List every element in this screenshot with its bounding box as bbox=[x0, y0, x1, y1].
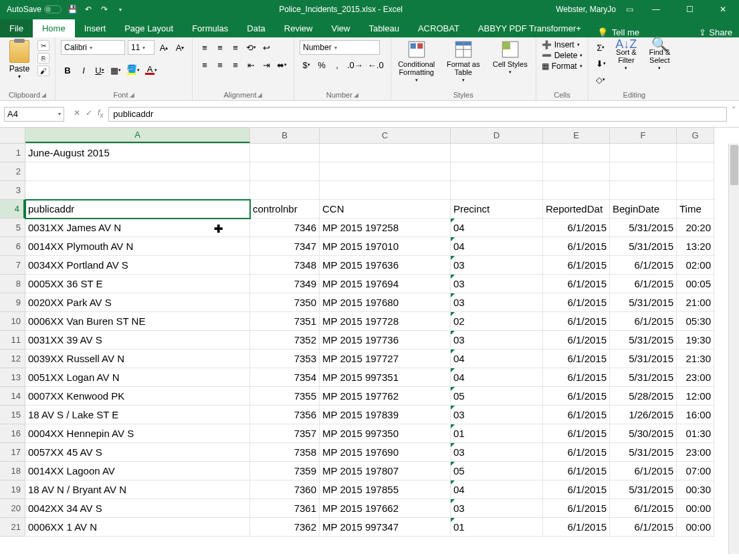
cell[interactable]: BeginDate bbox=[610, 200, 677, 219]
row-header-8[interactable]: 8 bbox=[0, 275, 25, 293]
cell[interactable]: MP 2015 197690 bbox=[320, 443, 451, 462]
cell[interactable]: 00:05 bbox=[677, 275, 714, 293]
close-button[interactable]: ✕ bbox=[710, 0, 736, 19]
cell[interactable]: 6/1/2015 bbox=[543, 237, 610, 256]
cell[interactable]: 0004XX Hennepin AV S bbox=[25, 424, 250, 443]
cell[interactable] bbox=[543, 144, 610, 162]
column-header-G[interactable]: G bbox=[677, 128, 714, 143]
cell[interactable]: 6/1/2015 bbox=[610, 275, 677, 293]
cell[interactable] bbox=[320, 144, 451, 162]
format-painter-button[interactable]: 🖌 bbox=[37, 65, 49, 76]
cell[interactable]: 7361 bbox=[250, 499, 320, 518]
cell[interactable]: 5/31/2015 bbox=[610, 237, 677, 256]
font-color-button[interactable]: A▾ bbox=[144, 63, 159, 78]
tab-formulas[interactable]: Formulas bbox=[183, 19, 237, 37]
cell[interactable]: 03 bbox=[451, 443, 543, 462]
cell[interactable]: 7356 bbox=[250, 406, 320, 424]
row-header-15[interactable]: 15 bbox=[0, 406, 25, 424]
cell[interactable]: 0006XX Van Buren ST NE bbox=[25, 312, 250, 331]
cell[interactable]: 6/1/2015 bbox=[543, 219, 610, 237]
cell[interactable]: 0042XX 34 AV S bbox=[25, 499, 250, 518]
cell[interactable]: 12:00 bbox=[677, 387, 714, 406]
cell[interactable]: 5/31/2015 bbox=[610, 219, 677, 237]
clear-button[interactable]: ◇▾ bbox=[594, 72, 607, 87]
row-header-20[interactable]: 20 bbox=[0, 499, 25, 518]
column-headers[interactable]: ABCDEFG bbox=[25, 128, 714, 144]
cell[interactable]: 6/1/2015 bbox=[543, 480, 610, 499]
cell[interactable]: 6/1/2015 bbox=[610, 518, 677, 537]
save-icon[interactable]: 💾 bbox=[67, 4, 78, 15]
cell[interactable]: 7351 bbox=[250, 312, 320, 331]
tab-tableau[interactable]: Tableau bbox=[359, 19, 409, 37]
row-header-18[interactable]: 18 bbox=[0, 462, 25, 480]
cell[interactable]: MP 2015 197662 bbox=[320, 499, 451, 518]
bold-button[interactable]: B bbox=[61, 63, 74, 78]
cell[interactable]: 6/1/2015 bbox=[543, 368, 610, 387]
cell[interactable]: 6/1/2015 bbox=[543, 331, 610, 349]
cancel-formula-icon[interactable]: ✕ bbox=[74, 108, 80, 119]
cell[interactable]: 6/1/2015 bbox=[610, 256, 677, 275]
cell[interactable]: 19:30 bbox=[677, 331, 714, 349]
font-launcher-icon[interactable]: ◢ bbox=[130, 92, 134, 98]
cell[interactable] bbox=[250, 144, 320, 162]
share-button[interactable]: ⇪ Share bbox=[692, 27, 739, 37]
row-header-3[interactable]: 3 bbox=[0, 181, 25, 200]
cell[interactable]: 5/31/2015 bbox=[610, 368, 677, 387]
align-right-button[interactable]: ≡ bbox=[229, 57, 242, 72]
cell[interactable]: 5/31/2015 bbox=[610, 480, 677, 499]
cell[interactable]: CCN bbox=[320, 200, 451, 219]
cell[interactable]: 01 bbox=[451, 424, 543, 443]
cell[interactable]: 02:00 bbox=[677, 256, 714, 275]
align-center-button[interactable]: ≡ bbox=[213, 57, 227, 72]
cell[interactable]: 7355 bbox=[250, 387, 320, 406]
orientation-button[interactable]: ⟲▾ bbox=[244, 40, 257, 55]
cell[interactable]: 0005XX 36 ST E bbox=[25, 275, 250, 293]
cell[interactable] bbox=[451, 162, 543, 181]
cell[interactable] bbox=[543, 181, 610, 200]
cell[interactable]: 1/26/2015 bbox=[610, 406, 677, 424]
cell[interactable]: 7350 bbox=[250, 293, 320, 312]
cell[interactable]: 7357 bbox=[250, 424, 320, 443]
cell[interactable]: 7348 bbox=[250, 256, 320, 275]
cell[interactable] bbox=[451, 181, 543, 200]
cell[interactable]: 6/1/2015 bbox=[543, 518, 610, 537]
cell[interactable]: 00:00 bbox=[677, 499, 714, 518]
cell[interactable]: Time bbox=[677, 200, 714, 219]
cell[interactable]: 6/1/2015 bbox=[610, 312, 677, 331]
tab-view[interactable]: View bbox=[322, 19, 359, 37]
cell[interactable]: 03 bbox=[451, 406, 543, 424]
cell[interactable]: 5/31/2015 bbox=[610, 443, 677, 462]
cell[interactable]: 21:30 bbox=[677, 349, 714, 368]
decrease-decimal-button[interactable]: ←.0 bbox=[366, 57, 385, 72]
autosave-toggle[interactable]: AutoSave bbox=[7, 5, 62, 14]
cell[interactable]: 0031XX 39 AV S bbox=[25, 331, 250, 349]
cell[interactable]: 6/1/2015 bbox=[543, 406, 610, 424]
number-launcher-icon[interactable]: ◢ bbox=[354, 92, 358, 98]
row-headers[interactable]: 123456789101112131415161718192021 bbox=[0, 144, 25, 537]
tab-page-layout[interactable]: Page Layout bbox=[115, 19, 183, 37]
cell[interactable]: MP 2015 997350 bbox=[320, 424, 451, 443]
cell[interactable] bbox=[320, 181, 451, 200]
fill-color-button[interactable]: 🪣▾ bbox=[125, 63, 141, 78]
conditional-formatting-button[interactable]: Conditional Formatting▾ bbox=[397, 40, 437, 84]
italic-button[interactable]: I bbox=[77, 63, 90, 78]
font-name-combo[interactable]: Calibri▾ bbox=[61, 40, 125, 55]
cell[interactable]: 03 bbox=[451, 331, 543, 349]
cell[interactable] bbox=[451, 144, 543, 162]
cell[interactable]: 7358 bbox=[250, 443, 320, 462]
tab-data[interactable]: Data bbox=[237, 19, 274, 37]
tab-review[interactable]: Review bbox=[275, 19, 322, 37]
row-header-14[interactable]: 14 bbox=[0, 387, 25, 406]
cell[interactable]: 7347 bbox=[250, 237, 320, 256]
worksheet-grid[interactable]: ABCDEFG 12345678910111213141516171819202… bbox=[0, 128, 739, 554]
row-header-7[interactable]: 7 bbox=[0, 256, 25, 275]
cell-styles-button[interactable]: Cell Styles▾ bbox=[490, 40, 530, 76]
cell[interactable]: 6/1/2015 bbox=[543, 275, 610, 293]
merge-button[interactable]: ⬌▾ bbox=[275, 57, 288, 72]
tab-file[interactable]: File bbox=[0, 19, 33, 37]
cell[interactable]: 0006XX 1 AV N bbox=[25, 518, 250, 537]
row-header-9[interactable]: 9 bbox=[0, 293, 25, 312]
customize-qat-icon[interactable]: ▾ bbox=[115, 4, 126, 15]
cell[interactable]: 5/28/2015 bbox=[610, 387, 677, 406]
cell[interactable]: 5/31/2015 bbox=[610, 331, 677, 349]
